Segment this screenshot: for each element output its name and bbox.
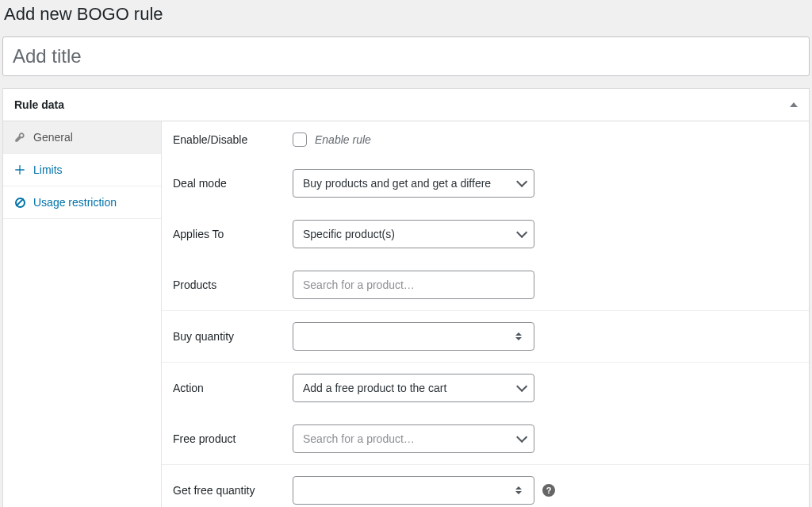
- applies-to-value: Specific product(s): [303, 228, 516, 240]
- metabox-body: General Limits Usage restriction Enable/…: [3, 121, 809, 507]
- quantity-stepper[interactable]: [515, 328, 525, 344]
- metabox-title: Rule data: [14, 98, 64, 111]
- row-enable: Enable/Disable Enable rule: [162, 121, 809, 158]
- quantity-stepper[interactable]: [515, 482, 525, 498]
- free-product-select[interactable]: Search for a product…: [293, 424, 534, 453]
- enable-checkbox-label: Enable rule: [315, 133, 371, 146]
- buy-quantity-input[interactable]: [303, 330, 515, 343]
- rule-data-metabox: Rule data General Limits Usage restric: [2, 88, 810, 507]
- collapse-icon: [790, 102, 798, 107]
- deal-mode-select[interactable]: Buy products and get and get a differe: [293, 169, 534, 198]
- products-input[interactable]: [303, 278, 524, 291]
- label-get-free-quantity: Get free quantity: [162, 484, 293, 497]
- row-action: Action Add a free product to the cart: [162, 363, 809, 413]
- restriction-icon: [14, 197, 25, 208]
- chevron-down-icon: [516, 432, 524, 445]
- tab-usage-restriction-label: Usage restriction: [33, 196, 117, 209]
- label-free-product: Free product: [162, 432, 293, 445]
- label-enable: Enable/Disable: [162, 133, 293, 146]
- get-free-quantity-input[interactable]: [303, 484, 515, 497]
- tab-general[interactable]: General: [3, 121, 161, 154]
- row-applies-to: Applies To Specific product(s): [162, 209, 809, 259]
- title-input-wrap: [0, 36, 812, 88]
- row-buy-quantity: Buy quantity: [162, 311, 809, 362]
- section-buy-quantity: Buy quantity: [162, 311, 809, 363]
- tab-general-label: General: [33, 131, 73, 144]
- label-products: Products: [162, 278, 293, 291]
- tab-limits-label: Limits: [33, 163, 63, 176]
- tab-usage-restriction[interactable]: Usage restriction: [3, 186, 161, 219]
- action-value: Add a free product to the cart: [303, 382, 516, 394]
- label-buy-quantity: Buy quantity: [162, 330, 293, 343]
- deal-mode-value: Buy products and get and get a differe: [303, 177, 516, 190]
- metabox-header[interactable]: Rule data: [3, 89, 809, 121]
- stepper-down-icon: [515, 337, 522, 340]
- title-input[interactable]: [2, 36, 810, 76]
- tabs-sidebar: General Limits Usage restriction: [3, 121, 162, 507]
- chevron-down-icon: [516, 382, 524, 394]
- stepper-down-icon: [515, 491, 522, 494]
- stepper-up-icon: [515, 486, 522, 490]
- tab-limits[interactable]: Limits: [3, 154, 161, 186]
- section-get-free-quantity: Get free quantity ?: [162, 465, 809, 507]
- row-deal-mode: Deal mode Buy products and get and get a…: [162, 158, 809, 209]
- section-action: Action Add a free product to the cart Fr…: [162, 363, 809, 465]
- form-area: Enable/Disable Enable rule Deal mode Buy…: [162, 121, 809, 507]
- get-free-quantity-input-wrap: [293, 476, 534, 505]
- free-product-placeholder: Search for a product…: [303, 432, 516, 445]
- stepper-up-icon: [515, 332, 522, 336]
- chevron-down-icon: [516, 177, 524, 190]
- products-input-wrap: [293, 271, 534, 299]
- applies-to-select[interactable]: Specific product(s): [293, 220, 534, 248]
- page-header: Add new BOGO rule: [0, 0, 812, 36]
- buy-quantity-input-wrap: [293, 322, 534, 351]
- row-get-free-quantity: Get free quantity ?: [162, 465, 809, 507]
- section-basic: Enable/Disable Enable rule Deal mode Buy…: [162, 121, 809, 311]
- enable-checkbox[interactable]: [293, 133, 307, 147]
- row-products: Products: [162, 259, 809, 310]
- wrench-icon: [14, 132, 25, 143]
- action-select[interactable]: Add a free product to the cart: [293, 374, 534, 402]
- label-applies-to: Applies To: [162, 228, 293, 240]
- enable-checkbox-wrap: Enable rule: [293, 133, 371, 147]
- page-title: Add new BOGO rule: [4, 4, 808, 25]
- label-action: Action: [162, 382, 293, 394]
- help-icon[interactable]: ?: [542, 484, 555, 497]
- row-free-product: Free product Search for a product…: [162, 413, 809, 464]
- limits-icon: [14, 164, 25, 175]
- chevron-down-icon: [516, 228, 524, 240]
- label-deal-mode: Deal mode: [162, 177, 293, 190]
